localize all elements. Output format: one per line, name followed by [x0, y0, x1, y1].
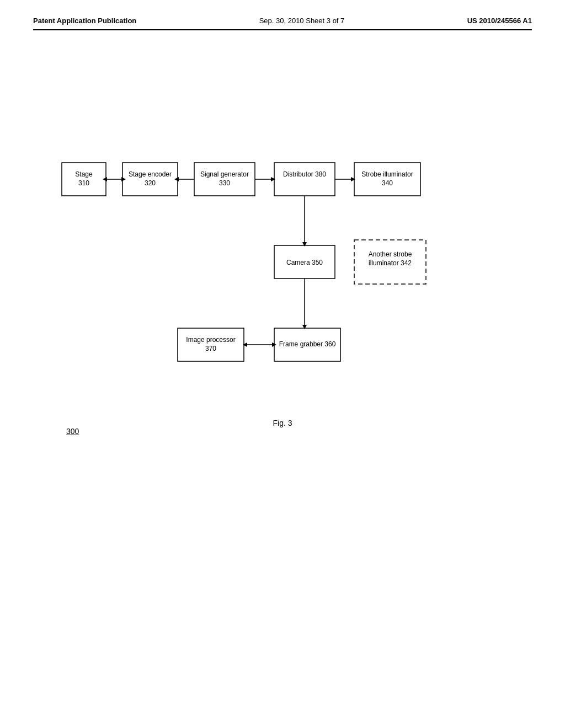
camera-label: Camera 350: [286, 259, 323, 266]
arrowhead-distributor-to-camera: [302, 242, 307, 247]
page: Patent Application Publication Sep. 30, …: [0, 0, 565, 728]
signal-generator-label-line2: 330: [219, 179, 230, 187]
another-strobe-label-line1: Another strobe: [369, 250, 412, 258]
strobe-illuminator-label-line2: 340: [382, 179, 393, 187]
stage-label-line1: Stage: [75, 170, 93, 178]
stage-encoder-label-line2: 320: [145, 179, 156, 187]
another-strobe-label-line2: illuminator 342: [369, 259, 412, 267]
header-date-sheet: Sep. 30, 2010 Sheet 3 of 7: [259, 17, 345, 25]
header-patent-number: US 2010/245566 A1: [467, 17, 532, 25]
page-header: Patent Application Publication Sep. 30, …: [33, 17, 532, 30]
arrowhead-camera-to-framegrabber: [302, 325, 307, 329]
diagram-area: Stage 310 Stage encoder 320 Signal gener…: [33, 130, 532, 427]
arrowhead-signal-to-encoder: [174, 177, 179, 181]
image-processor-label-line1: Image processor: [186, 336, 235, 344]
stage-label-line2: 310: [78, 179, 89, 187]
arrowhead-signal-to-distributor: [271, 177, 275, 181]
strobe-illuminator-label-line1: Strobe illuminator: [361, 170, 413, 178]
block-diagram: Stage 310 Stage encoder 320 Signal gener…: [56, 130, 509, 405]
arrowhead-stage-to-encoder: [121, 177, 126, 181]
distributor-label-line1: Distributor 380: [283, 170, 326, 178]
stage-encoder-label-line1: Stage encoder: [129, 170, 172, 178]
diagram-wrapper: Stage 310 Stage encoder 320 Signal gener…: [33, 130, 532, 405]
frame-grabber-label: Frame grabber 360: [279, 340, 336, 348]
image-processor-label-line2: 370: [205, 345, 216, 352]
arrowhead-distributor-to-strobe: [351, 177, 355, 181]
distributor-box: [274, 163, 335, 196]
ref-number-300: 300: [66, 427, 79, 436]
signal-generator-label-line1: Signal generator: [200, 170, 249, 178]
header-publication-label: Patent Application Publication: [33, 17, 136, 25]
arrowhead-fg-to-ip: [243, 342, 247, 347]
figure-label: Fig. 3: [33, 419, 532, 427]
arrowhead-encoder-to-stage: [103, 177, 107, 181]
